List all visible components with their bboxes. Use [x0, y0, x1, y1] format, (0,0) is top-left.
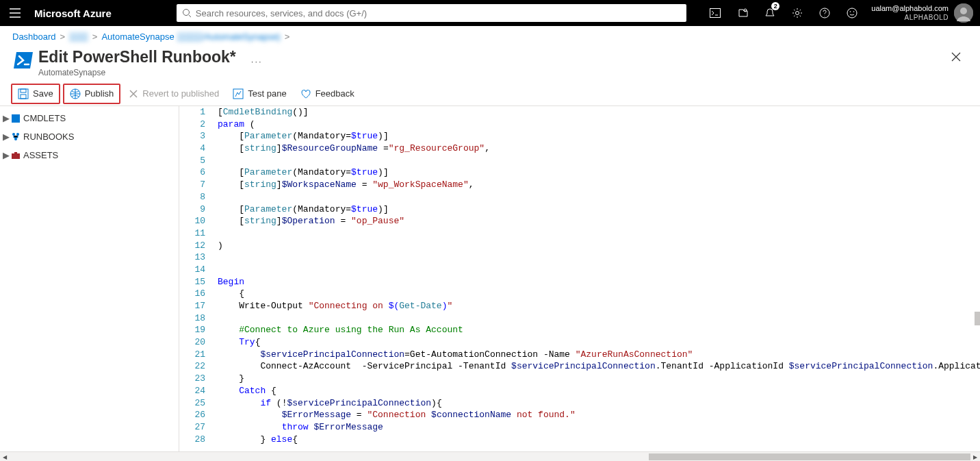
close-icon[interactable] [951, 52, 961, 64]
heart-icon [300, 88, 311, 99]
save-icon [18, 88, 29, 99]
top-bar: Microsoft Azure 2 ualam@alphabold.com AL… [0, 0, 980, 26]
search-input[interactable] [196, 8, 681, 18]
revert-button[interactable]: Revert to published [123, 84, 224, 104]
breadcrumb-item[interactable]: Dashboard [12, 32, 56, 42]
powershell-icon [12, 51, 34, 70]
notifications-icon[interactable]: 2 [756, 0, 784, 26]
search-icon [182, 8, 192, 18]
feedback-button[interactable]: Feedback [295, 84, 360, 104]
tree-label: ASSETS [23, 150, 58, 160]
main-area: ▶ CMDLETS ▶ RUNBOOKS ▶ ASSETS 1234567891… [0, 106, 980, 453]
chevron-right-icon: ▶ [3, 150, 10, 160]
feedback-face-icon[interactable] [838, 0, 866, 26]
chevron-right-icon: ▶ [3, 113, 10, 123]
svg-point-7 [853, 11, 855, 12]
svg-point-6 [850, 11, 851, 12]
svg-rect-20 [14, 152, 17, 153]
test-label: Test pane [248, 88, 286, 99]
publish-button[interactable]: Publish [63, 84, 121, 104]
svg-point-5 [847, 8, 857, 18]
chevron-right-icon: ▶ [3, 132, 10, 142]
scrollbar-thumb[interactable] [649, 453, 970, 460]
title-row: Edit PowerShell Runbook* AutomateSynapse… [0, 47, 980, 82]
user-org: ALPHABOLD [904, 13, 949, 22]
svg-rect-11 [21, 89, 26, 92]
cmdlet-icon [11, 114, 21, 123]
page-subtitle: AutomateSynapse [38, 68, 236, 77]
avatar[interactable] [954, 3, 973, 23]
toolbar: Save Publish Revert to published Test pa… [0, 82, 980, 106]
publish-label: Publish [85, 88, 114, 99]
breadcrumb-item[interactable]: AutomateSynapse [101, 32, 174, 42]
publish-icon [70, 88, 81, 99]
tree-label: RUNBOOKS [23, 132, 74, 142]
svg-rect-12 [21, 95, 26, 99]
code-editor[interactable]: 1234567891011121314151617181920212223242… [179, 106, 980, 453]
brand-label: Microsoft Azure [30, 8, 112, 19]
feedback-label: Feedback [315, 88, 354, 99]
svg-rect-15 [12, 114, 20, 123]
directories-icon[interactable] [729, 0, 756, 26]
revert-label: Revert to published [142, 88, 219, 99]
scroll-right-icon[interactable]: ▶ [970, 452, 980, 461]
save-button[interactable]: Save [11, 84, 60, 104]
more-icon[interactable]: ··· [251, 56, 263, 66]
runbook-icon [11, 132, 21, 142]
code-content[interactable]: [CmdletBinding()]param ( [Parameter(Mand… [218, 106, 980, 445]
test-pane-button[interactable]: Test pane [227, 84, 292, 104]
svg-point-3 [796, 12, 799, 15]
tree-label: CMDLETS [23, 113, 66, 123]
menu-icon[interactable] [0, 8, 30, 18]
svg-point-0 [183, 10, 189, 16]
line-gutter: 1234567891011121314151617181920212223242… [179, 106, 212, 445]
tree-assets[interactable]: ▶ ASSETS [0, 146, 179, 164]
breadcrumb: Dashboard > ▒▒▒ > AutomateSynapse ▒▒▒▒/A… [0, 26, 980, 47]
svg-point-16 [12, 133, 15, 136]
search-box[interactable] [177, 4, 686, 22]
scrollbar-v[interactable] [975, 312, 980, 325]
revert-icon [129, 89, 138, 99]
scrollbar-h[interactable]: ◀ ▶ [0, 451, 980, 461]
settings-icon[interactable] [784, 0, 811, 26]
user-block[interactable]: ualam@alphabold.com ALPHABOLD [866, 4, 954, 22]
notification-badge: 2 [771, 2, 779, 10]
test-icon [233, 88, 244, 99]
breadcrumb-item: ▒▒▒▒/AutomateSynapse) [177, 32, 281, 42]
svg-rect-10 [18, 89, 28, 99]
help-icon[interactable] [811, 0, 838, 26]
asset-icon [11, 151, 21, 160]
tree-cmdlets[interactable]: ▶ CMDLETS [0, 109, 179, 127]
svg-point-9 [960, 8, 967, 14]
svg-point-17 [16, 133, 19, 136]
page-title: Edit PowerShell Runbook* [38, 48, 236, 66]
user-email: ualam@alphabold.com [871, 4, 949, 13]
left-tree: ▶ CMDLETS ▶ RUNBOOKS ▶ ASSETS [0, 106, 179, 453]
svg-rect-1 [710, 9, 721, 18]
scroll-left-icon[interactable]: ◀ [0, 452, 10, 461]
breadcrumb-item[interactable]: ▒▒▒ [69, 32, 88, 42]
svg-rect-19 [12, 153, 20, 159]
tree-runbooks[interactable]: ▶ RUNBOOKS [0, 127, 179, 146]
save-label: Save [33, 88, 53, 99]
cloud-shell-icon[interactable] [701, 0, 729, 26]
